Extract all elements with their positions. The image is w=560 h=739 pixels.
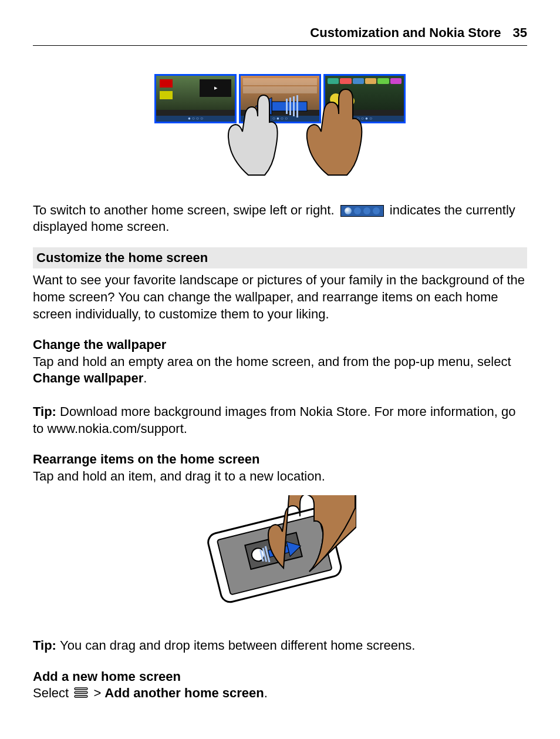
text: >	[90, 686, 104, 700]
svg-rect-16	[75, 688, 87, 690]
rearrange-paragraph: Tap and hold an item, and drag it to a n…	[33, 468, 527, 485]
homescreen-indicator-icon	[340, 205, 384, 217]
add-homescreen-paragraph: Select > Add another home screen.	[33, 685, 527, 702]
subhead-add-homescreen: Add a new home screen	[33, 669, 527, 686]
text: To switch to another home screen, swipe …	[33, 203, 338, 217]
tip-wallpaper: Tip: Download more background images fro…	[33, 404, 527, 437]
homescreen-panel-3: ○ ○ ● ○	[323, 74, 406, 123]
page-header: Customization and Nokia Store 35	[33, 25, 527, 46]
tip-text: Download more background images from Nok…	[33, 404, 516, 436]
svg-rect-18	[75, 696, 87, 697]
homescreen-panel-1: ▶ ● ○ ○ ○	[154, 74, 237, 123]
menu-add-another-homescreen: Add another home screen	[104, 686, 264, 700]
subhead-change-wallpaper: Change the wallpaper	[33, 337, 527, 354]
text: .	[143, 371, 147, 385]
swipe-illustration: ▶ ● ○ ○ ○ ○ ● ○ ○	[33, 74, 527, 184]
section-customize-heading: Customize the home screen	[33, 247, 527, 269]
text: .	[264, 686, 268, 700]
tip-label: Tip:	[33, 638, 60, 653]
page-number: 35	[513, 25, 527, 42]
customize-paragraph: Want to see your favorite landscape or p…	[33, 272, 527, 323]
switch-screen-paragraph: To switch to another home screen, swipe …	[33, 202, 527, 236]
text: Tap and hold an empty area on the home s…	[33, 354, 511, 369]
svg-rect-17	[75, 691, 87, 693]
drag-illustration	[33, 495, 527, 617]
menu-icon	[74, 686, 88, 703]
tip-drag: Tip: You can drag and drop items between…	[33, 637, 527, 654]
subhead-rearrange: Rearrange items on the home screen	[33, 451, 527, 468]
tip-label: Tip:	[33, 404, 60, 419]
menu-change-wallpaper: Change wallpaper	[33, 371, 143, 385]
homescreen-panel-2: ○ ● ○ ○	[239, 74, 321, 123]
text: Select	[33, 686, 72, 700]
tip-text: You can drag and drop items between diff…	[60, 638, 415, 653]
header-title: Customization and Nokia Store	[310, 25, 501, 42]
change-wallpaper-paragraph: Tap and hold an empty area on the home s…	[33, 354, 527, 387]
